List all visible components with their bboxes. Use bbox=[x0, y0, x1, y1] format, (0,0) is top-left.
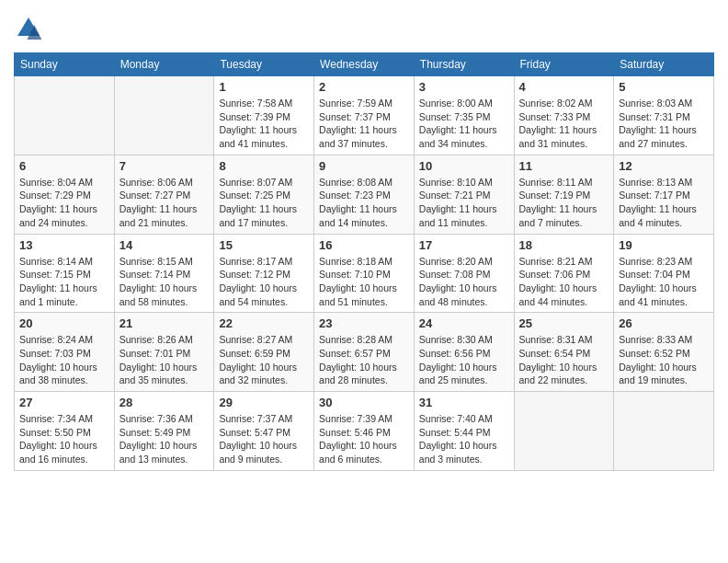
day-number: 30 bbox=[319, 396, 409, 409]
calendar-cell: 17Sunrise: 8:20 AMSunset: 7:08 PMDayligh… bbox=[414, 234, 514, 313]
day-number: 29 bbox=[219, 396, 309, 409]
day-number: 26 bbox=[619, 316, 709, 330]
day-number: 27 bbox=[19, 396, 109, 409]
day-number: 14 bbox=[119, 238, 210, 252]
calendar-cell: 18Sunrise: 8:21 AMSunset: 7:06 PMDayligh… bbox=[514, 234, 614, 313]
calendar-cell: 26Sunrise: 8:33 AMSunset: 6:52 PMDayligh… bbox=[614, 313, 714, 392]
calendar-cell: 20Sunrise: 8:24 AMSunset: 7:03 PMDayligh… bbox=[15, 313, 115, 392]
calendar-cell: 9Sunrise: 8:08 AMSunset: 7:23 PMDaylight… bbox=[314, 155, 415, 234]
calendar-cell: 30Sunrise: 7:39 AMSunset: 5:46 PMDayligh… bbox=[314, 392, 415, 471]
day-info: Sunrise: 8:03 AMSunset: 7:31 PMDaylight:… bbox=[619, 97, 709, 151]
calendar-cell: 15Sunrise: 8:17 AMSunset: 7:12 PMDayligh… bbox=[214, 234, 314, 313]
calendar-cell: 6Sunrise: 8:04 AMSunset: 7:29 PMDaylight… bbox=[15, 155, 115, 234]
calendar-week-row: 13Sunrise: 8:14 AMSunset: 7:15 PMDayligh… bbox=[15, 234, 714, 313]
day-info: Sunrise: 8:31 AMSunset: 6:54 PMDaylight:… bbox=[519, 333, 609, 387]
day-number: 13 bbox=[19, 238, 109, 252]
calendar-cell: 5Sunrise: 8:03 AMSunset: 7:31 PMDaylight… bbox=[614, 76, 714, 155]
day-number: 15 bbox=[219, 238, 309, 252]
header-friday: Friday bbox=[514, 53, 614, 76]
logo bbox=[14, 14, 47, 43]
calendar-cell: 25Sunrise: 8:31 AMSunset: 6:54 PMDayligh… bbox=[514, 313, 614, 392]
day-info: Sunrise: 7:39 AMSunset: 5:46 PMDaylight:… bbox=[319, 412, 409, 466]
header-saturday: Saturday bbox=[614, 53, 714, 76]
day-number: 16 bbox=[319, 238, 409, 252]
header-tuesday: Tuesday bbox=[214, 53, 314, 76]
day-number: 5 bbox=[619, 80, 709, 94]
day-number: 23 bbox=[319, 316, 409, 330]
day-number: 20 bbox=[19, 316, 109, 330]
day-info: Sunrise: 8:28 AMSunset: 6:57 PMDaylight:… bbox=[319, 333, 409, 387]
day-number: 4 bbox=[519, 80, 609, 94]
day-info: Sunrise: 7:37 AMSunset: 5:47 PMDaylight:… bbox=[219, 412, 309, 466]
calendar-cell: 1Sunrise: 7:58 AMSunset: 7:39 PMDaylight… bbox=[214, 76, 314, 155]
day-info: Sunrise: 8:20 AMSunset: 7:08 PMDaylight:… bbox=[419, 255, 509, 309]
day-info: Sunrise: 8:33 AMSunset: 6:52 PMDaylight:… bbox=[619, 333, 709, 387]
day-info: Sunrise: 8:30 AMSunset: 6:56 PMDaylight:… bbox=[419, 333, 509, 387]
day-info: Sunrise: 8:08 AMSunset: 7:23 PMDaylight:… bbox=[319, 176, 409, 230]
day-info: Sunrise: 8:18 AMSunset: 7:10 PMDaylight:… bbox=[319, 255, 409, 309]
day-number: 1 bbox=[219, 80, 309, 94]
logo-icon bbox=[14, 14, 43, 43]
day-info: Sunrise: 8:10 AMSunset: 7:21 PMDaylight:… bbox=[419, 176, 509, 230]
calendar-cell: 23Sunrise: 8:28 AMSunset: 6:57 PMDayligh… bbox=[314, 313, 415, 392]
day-number: 2 bbox=[319, 80, 409, 94]
day-info: Sunrise: 8:14 AMSunset: 7:15 PMDaylight:… bbox=[19, 255, 109, 309]
day-number: 19 bbox=[619, 238, 709, 252]
day-info: Sunrise: 8:02 AMSunset: 7:33 PMDaylight:… bbox=[519, 97, 609, 151]
header bbox=[14, 14, 714, 43]
calendar-cell: 27Sunrise: 7:34 AMSunset: 5:50 PMDayligh… bbox=[15, 392, 115, 471]
day-number: 3 bbox=[419, 80, 509, 94]
day-info: Sunrise: 8:00 AMSunset: 7:35 PMDaylight:… bbox=[419, 97, 509, 151]
day-info: Sunrise: 8:11 AMSunset: 7:19 PMDaylight:… bbox=[519, 176, 609, 230]
calendar-cell bbox=[514, 392, 614, 471]
day-number: 31 bbox=[419, 396, 509, 409]
calendar-cell: 10Sunrise: 8:10 AMSunset: 7:21 PMDayligh… bbox=[414, 155, 514, 234]
day-number: 9 bbox=[319, 159, 409, 173]
calendar-cell: 28Sunrise: 7:36 AMSunset: 5:49 PMDayligh… bbox=[114, 392, 214, 471]
calendar-cell: 13Sunrise: 8:14 AMSunset: 7:15 PMDayligh… bbox=[15, 234, 115, 313]
calendar-week-row: 27Sunrise: 7:34 AMSunset: 5:50 PMDayligh… bbox=[15, 392, 714, 471]
day-info: Sunrise: 8:27 AMSunset: 6:59 PMDaylight:… bbox=[219, 333, 309, 387]
day-number: 7 bbox=[119, 159, 210, 173]
day-info: Sunrise: 7:58 AMSunset: 7:39 PMDaylight:… bbox=[219, 97, 309, 151]
day-number: 21 bbox=[119, 316, 210, 330]
calendar-cell: 21Sunrise: 8:26 AMSunset: 7:01 PMDayligh… bbox=[114, 313, 214, 392]
day-info: Sunrise: 8:13 AMSunset: 7:17 PMDaylight:… bbox=[619, 176, 709, 230]
calendar-cell: 2Sunrise: 7:59 AMSunset: 7:37 PMDaylight… bbox=[314, 76, 415, 155]
day-info: Sunrise: 8:21 AMSunset: 7:06 PMDaylight:… bbox=[519, 255, 609, 309]
header-thursday: Thursday bbox=[414, 53, 514, 76]
calendar-cell: 22Sunrise: 8:27 AMSunset: 6:59 PMDayligh… bbox=[214, 313, 314, 392]
day-number: 25 bbox=[519, 316, 609, 330]
calendar-cell bbox=[15, 76, 115, 155]
calendar-header-row: SundayMondayTuesdayWednesdayThursdayFrid… bbox=[15, 53, 714, 76]
day-info: Sunrise: 8:24 AMSunset: 7:03 PMDaylight:… bbox=[19, 333, 109, 387]
header-sunday: Sunday bbox=[15, 53, 115, 76]
calendar-cell: 3Sunrise: 8:00 AMSunset: 7:35 PMDaylight… bbox=[414, 76, 514, 155]
day-info: Sunrise: 8:04 AMSunset: 7:29 PMDaylight:… bbox=[19, 176, 109, 230]
calendar-cell: 4Sunrise: 8:02 AMSunset: 7:33 PMDaylight… bbox=[514, 76, 614, 155]
day-number: 10 bbox=[419, 159, 509, 173]
day-number: 11 bbox=[519, 159, 609, 173]
day-number: 28 bbox=[119, 396, 210, 409]
calendar-week-row: 20Sunrise: 8:24 AMSunset: 7:03 PMDayligh… bbox=[15, 313, 714, 392]
calendar-cell: 24Sunrise: 8:30 AMSunset: 6:56 PMDayligh… bbox=[414, 313, 514, 392]
day-info: Sunrise: 8:17 AMSunset: 7:12 PMDaylight:… bbox=[219, 255, 309, 309]
calendar-cell: 29Sunrise: 7:37 AMSunset: 5:47 PMDayligh… bbox=[214, 392, 314, 471]
day-number: 17 bbox=[419, 238, 509, 252]
day-info: Sunrise: 7:59 AMSunset: 7:37 PMDaylight:… bbox=[319, 97, 409, 151]
day-number: 12 bbox=[619, 159, 709, 173]
calendar-cell: 14Sunrise: 8:15 AMSunset: 7:14 PMDayligh… bbox=[114, 234, 214, 313]
calendar-cell: 11Sunrise: 8:11 AMSunset: 7:19 PMDayligh… bbox=[514, 155, 614, 234]
day-info: Sunrise: 8:23 AMSunset: 7:04 PMDaylight:… bbox=[619, 255, 709, 309]
day-info: Sunrise: 8:26 AMSunset: 7:01 PMDaylight:… bbox=[119, 333, 210, 387]
day-number: 24 bbox=[419, 316, 509, 330]
calendar-cell: 12Sunrise: 8:13 AMSunset: 7:17 PMDayligh… bbox=[614, 155, 714, 234]
day-number: 22 bbox=[219, 316, 309, 330]
calendar-cell: 7Sunrise: 8:06 AMSunset: 7:27 PMDaylight… bbox=[114, 155, 214, 234]
day-info: Sunrise: 8:06 AMSunset: 7:27 PMDaylight:… bbox=[119, 176, 210, 230]
day-info: Sunrise: 7:40 AMSunset: 5:44 PMDaylight:… bbox=[419, 412, 509, 466]
day-number: 18 bbox=[519, 238, 609, 252]
header-wednesday: Wednesday bbox=[314, 53, 415, 76]
calendar-table: SundayMondayTuesdayWednesdayThursdayFrid… bbox=[14, 52, 714, 471]
calendar-cell: 16Sunrise: 8:18 AMSunset: 7:10 PMDayligh… bbox=[314, 234, 415, 313]
